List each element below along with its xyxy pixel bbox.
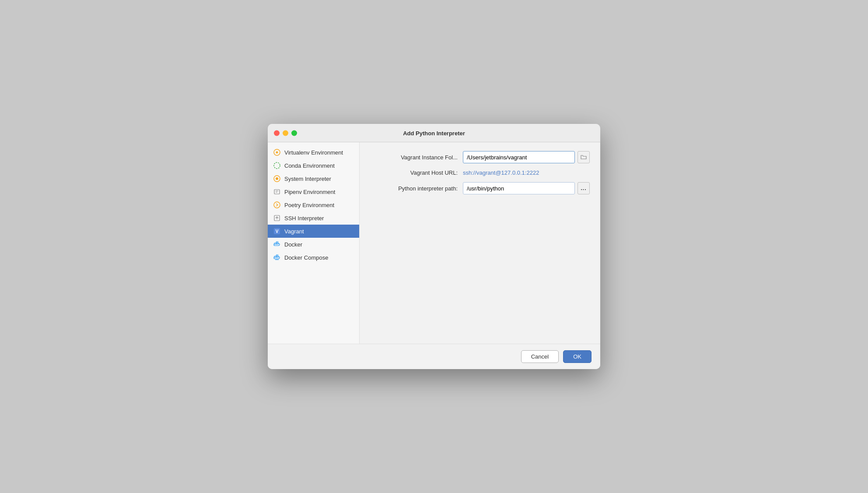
sidebar-label-pipenv: Pipenv Environment: [284, 189, 335, 195]
svg-rect-14: [276, 242, 278, 243]
docker-compose-icon: [273, 254, 281, 261]
sidebar-item-pipenv[interactable]: Pipenv Environment: [268, 185, 359, 198]
title-bar: Add Python Interpreter: [268, 124, 600, 142]
python-path-label: Python interpreter path:: [370, 185, 458, 192]
sidebar-label-poetry: Poetry Environment: [284, 202, 334, 208]
sidebar-item-system[interactable]: System Interpreter: [268, 172, 359, 185]
sidebar: Virtualenv Environment Conda Environment: [268, 142, 360, 344]
vagrant-host-row: Vagrant Host URL: ssh://vagrant@127.0.0.…: [370, 169, 590, 176]
pipenv-icon: [273, 188, 281, 196]
svg-rect-17: [276, 255, 278, 256]
poetry-icon: [273, 201, 281, 209]
dialog: Add Python Interpreter Virtualenv Enviro…: [268, 124, 600, 369]
vagrant-folder-browse-button[interactable]: [578, 151, 590, 163]
svg-point-3: [276, 177, 278, 180]
window-controls: [274, 130, 297, 136]
sidebar-label-docker-compose: Docker Compose: [284, 254, 328, 261]
vagrant-folder-label: Vagrant Instance Fol...: [370, 154, 458, 161]
sidebar-item-docker[interactable]: Docker: [268, 238, 359, 251]
folder-icon: [581, 154, 587, 160]
ok-button[interactable]: OK: [563, 350, 592, 363]
sidebar-item-conda[interactable]: Conda Environment: [268, 159, 359, 172]
sidebar-item-virtualenv[interactable]: Virtualenv Environment: [268, 146, 359, 159]
main-panel: Vagrant Instance Fol... Vagrant Host URL…: [360, 142, 600, 344]
ssh-icon: [273, 214, 281, 222]
vagrant-folder-input[interactable]: [463, 151, 575, 163]
python-path-row: Python interpreter path: ...: [370, 182, 590, 194]
vagrant-host-input-wrap: ssh://vagrant@127.0.0.1:2222: [463, 169, 590, 176]
sidebar-label-ssh: SSH Interpreter: [284, 215, 324, 222]
sidebar-label-vagrant: Vagrant: [284, 228, 304, 235]
minimize-button[interactable]: [283, 130, 288, 136]
cancel-button[interactable]: Cancel: [521, 350, 559, 363]
conda-icon: [273, 162, 281, 169]
maximize-button[interactable]: [291, 130, 297, 136]
svg-text:V: V: [276, 229, 279, 234]
svg-rect-4: [274, 190, 280, 194]
vagrant-host-label: Vagrant Host URL:: [370, 169, 458, 176]
content-area: Virtualenv Environment Conda Environment: [268, 142, 600, 344]
sidebar-label-docker: Docker: [284, 241, 302, 248]
sidebar-item-ssh[interactable]: SSH Interpreter: [268, 211, 359, 225]
svg-point-7: [274, 202, 280, 208]
close-button[interactable]: [274, 130, 280, 136]
vagrant-folder-row: Vagrant Instance Fol...: [370, 151, 590, 163]
sidebar-item-vagrant[interactable]: V Vagrant: [268, 225, 359, 238]
python-path-browse-button[interactable]: ...: [578, 182, 590, 194]
vagrant-host-link[interactable]: ssh://vagrant@127.0.0.1:2222: [463, 169, 539, 176]
footer: Cancel OK: [268, 344, 600, 369]
sidebar-label-virtualenv: Virtualenv Environment: [284, 149, 343, 156]
virtualenv-icon: [273, 148, 281, 156]
sidebar-label-conda: Conda Environment: [284, 162, 335, 169]
sidebar-item-docker-compose[interactable]: Docker Compose: [268, 251, 359, 264]
python-path-input[interactable]: [463, 182, 575, 194]
sidebar-item-poetry[interactable]: Poetry Environment: [268, 198, 359, 211]
python-path-input-wrap: ...: [463, 182, 590, 194]
dialog-title: Add Python Interpreter: [403, 130, 465, 137]
svg-point-1: [274, 162, 280, 169]
vagrant-icon: V: [273, 227, 281, 235]
vagrant-folder-input-wrap: [463, 151, 590, 163]
sidebar-label-system: System Interpreter: [284, 176, 331, 182]
system-icon: [273, 175, 281, 183]
docker-icon: [273, 240, 281, 248]
